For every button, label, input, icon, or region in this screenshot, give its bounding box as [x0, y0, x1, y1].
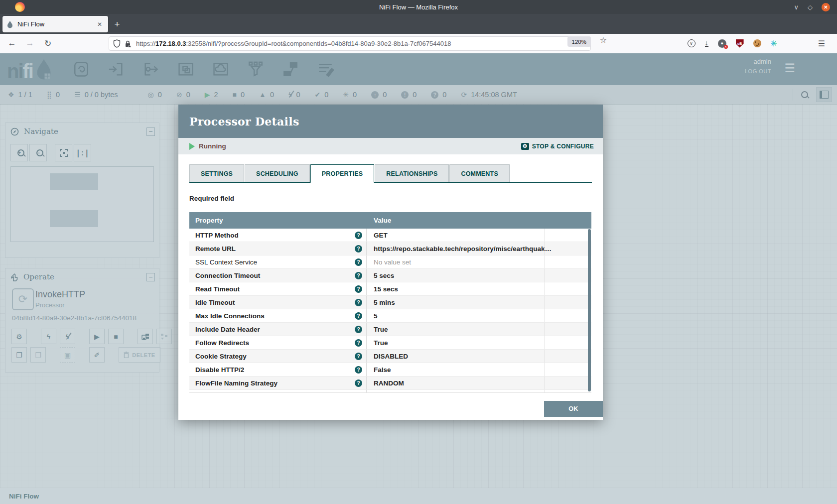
column-value: Value [366, 217, 391, 224]
stop-and-configure-button[interactable]: ⚙ STOP & CONFIGURE [521, 143, 594, 150]
bookmark-star-icon[interactable]: ☆ [600, 35, 607, 45]
table-row[interactable]: Idle Timeout?5 mins [189, 296, 591, 309]
help-icon[interactable]: ? [355, 339, 362, 347]
table-row[interactable]: Cookie Strategy?DISABLED [189, 350, 591, 363]
running-icon [189, 143, 195, 150]
table-scrollbar[interactable] [588, 229, 591, 391]
tab-properties[interactable]: PROPERTIES [310, 164, 375, 183]
help-icon[interactable]: ? [355, 366, 362, 374]
stop-configure-icon: ⚙ [521, 143, 529, 150]
table-row[interactable]: Read Timeout?15 secs [189, 282, 591, 296]
browser-tabstrip: NiFi Flow ✕ + [0, 14, 837, 34]
nifi-favicon [6, 20, 13, 28]
tab-scheduling[interactable]: SCHEDULING [245, 164, 310, 182]
tab-close-icon[interactable]: ✕ [95, 20, 104, 29]
firefox-logo-icon [15, 2, 25, 12]
back-button[interactable]: ← [4, 34, 20, 53]
window-close-button[interactable]: ✕ [822, 3, 830, 11]
running-label: Running [199, 142, 226, 150]
dialog-title: Processor Details [189, 115, 299, 128]
ok-button[interactable]: OK [544, 401, 603, 417]
help-icon[interactable]: ? [355, 245, 362, 252]
window-titlebar: NiFi Flow — Mozilla Firefox ∨ ◇ ✕ [0, 0, 837, 14]
help-icon[interactable]: ? [355, 393, 362, 393]
zoom-level-badge[interactable]: 120% [567, 36, 591, 47]
pocket-icon[interactable]: ∨ [688, 39, 696, 47]
table-row[interactable]: Connection Timeout?5 secs [189, 269, 591, 282]
processor-details-dialog: Processor Details Running ⚙ STOP & CONFI… [178, 105, 603, 420]
table-row[interactable]: HTTP Method?GET [189, 229, 591, 242]
url-path: :32558/nifi/?processGroupId=root&compone… [186, 40, 451, 47]
url-bar[interactable]: https://172.18.0.3:32558/nifi/?processGr… [109, 36, 591, 51]
table-row[interactable]: Max Idle Connections?5 [189, 309, 591, 323]
dialog-status-row: Running ⚙ STOP & CONFIGURE [178, 138, 603, 154]
browser-navbar: ← → ↻ https://172.18.0.3:32558/nifi/?pro… [0, 34, 837, 54]
tab-title: NiFi Flow [17, 20, 95, 28]
dialog-header: Processor Details [178, 105, 603, 138]
cookie-extension-icon[interactable] [753, 39, 761, 47]
table-row[interactable]: FlowFile Naming Strategy?RANDOM [189, 377, 591, 390]
new-tab-button[interactable]: + [111, 18, 124, 31]
table-row[interactable]: Disable HTTP/2?False [189, 363, 591, 377]
help-icon[interactable]: ? [355, 353, 362, 360]
window-shade-icon[interactable]: ∨ [794, 3, 799, 11]
help-icon[interactable]: ? [355, 379, 362, 387]
help-icon[interactable]: ? [355, 299, 362, 306]
reload-button[interactable]: ↻ [40, 34, 56, 53]
column-property: Property [189, 217, 366, 224]
dialog-tabs: SETTINGS SCHEDULING PROPERTIES RELATIONS… [189, 164, 592, 183]
window-title: NiFi Flow — Mozilla Firefox [379, 3, 458, 11]
container-extension-icon[interactable]: ✳ [771, 39, 777, 48]
tracking-shield-icon[interactable] [113, 39, 121, 48]
help-icon[interactable]: ? [355, 258, 362, 266]
help-icon[interactable]: ? [355, 326, 362, 333]
connection-lock-icon[interactable] [125, 40, 132, 48]
help-icon[interactable]: ? [355, 285, 362, 293]
table-row[interactable]: Include Date Header?True [189, 323, 591, 336]
help-icon[interactable]: ? [355, 272, 362, 279]
account-icon[interactable]: ●✕ [718, 39, 726, 48]
browser-tab[interactable]: NiFi Flow ✕ [2, 16, 108, 32]
url-host: 172.18.0.3 [155, 40, 186, 47]
downloads-icon[interactable]: ↓ [705, 40, 708, 47]
menu-hamburger-icon[interactable]: ☰ [818, 39, 825, 48]
tab-relationships[interactable]: RELATIONSHIPS [375, 164, 449, 182]
window-maximize-icon[interactable]: ◇ [808, 3, 813, 11]
table-row[interactable]: SSL Context Service?No value set [189, 255, 591, 269]
help-icon[interactable]: ? [355, 232, 362, 239]
required-field-note: Required field [189, 195, 592, 202]
table-row-partial[interactable]: Attributes to Send?No value set [189, 390, 591, 393]
table-row[interactable]: Remote URL?https://repo.stackable.tech/r… [189, 242, 591, 255]
url-scheme: https:// [136, 40, 155, 47]
help-icon[interactable]: ? [355, 312, 362, 320]
table-row[interactable]: Follow Redirects?True [189, 336, 591, 350]
properties-table-header: Property Value [189, 212, 591, 229]
forward-button[interactable]: → [22, 34, 38, 53]
tab-settings[interactable]: SETTINGS [189, 164, 244, 182]
tab-comments[interactable]: COMMENTS [449, 164, 510, 182]
ublock-icon[interactable]: uB [736, 39, 744, 48]
properties-table: Property Value HTTP Method?GET Remote UR… [189, 212, 591, 393]
